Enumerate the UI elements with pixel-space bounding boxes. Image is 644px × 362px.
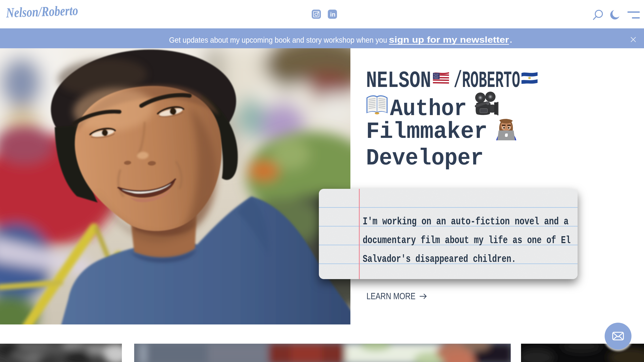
svg-text:I'm working on an auto-fiction: I'm working on an auto-fiction novel and… (363, 216, 569, 227)
svg-text:Developer: Developer (366, 145, 484, 171)
svg-text:documentary film about my life: documentary film about my life as one of… (363, 235, 571, 246)
svg-text:LEARN MORE: LEARN MORE (366, 291, 416, 301)
svg-text:Get updates about my upcoming: Get updates about my upcoming book and s… (169, 35, 387, 44)
svg-text:Author: Author (390, 96, 467, 122)
svg-text:sign up for my newsletter: sign up for my newsletter (389, 35, 509, 44)
svg-text:NELSON: NELSON (366, 67, 431, 94)
svg-text:in: in (330, 11, 336, 18)
svg-text:.: . (510, 35, 512, 44)
svg-text:Filmmaker: Filmmaker (366, 119, 488, 145)
svg-text:Nelson/Roberto: Nelson/Roberto (6, 3, 78, 20)
svg-text:Salvador's disappeared childre: Salvador's disappeared children. (363, 253, 516, 265)
svg-text:/ROBERTO: /ROBERTO (454, 68, 520, 94)
